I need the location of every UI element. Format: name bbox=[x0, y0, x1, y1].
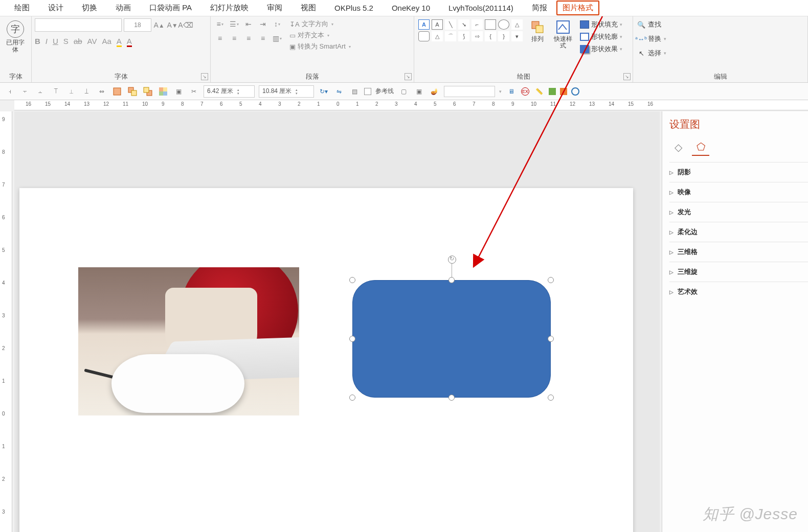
handle-top-left[interactable] bbox=[349, 277, 355, 283]
decrease-font-icon[interactable]: A▼ bbox=[167, 19, 178, 31]
italic-button[interactable]: I bbox=[46, 37, 48, 45]
font-launcher-icon[interactable]: ↘ bbox=[201, 73, 208, 80]
section-softedge[interactable]: ▷柔化边 bbox=[669, 222, 808, 242]
replace-button[interactable]: ᵃ↔ᵇ替换▾ bbox=[636, 33, 667, 45]
width-input[interactable]: 6.42 厘米▴▾ bbox=[204, 85, 255, 98]
shape-line-icon[interactable]: ╲ bbox=[445, 19, 456, 30]
line-spacing-button[interactable]: ↕▾ bbox=[271, 18, 283, 30]
find-button[interactable]: 🔍查找 bbox=[636, 18, 662, 31]
ruler-icon[interactable]: 📏 bbox=[533, 86, 545, 97]
tab-lvyhtools[interactable]: LvyhTools(201114) bbox=[439, 1, 523, 15]
distribute-h-icon[interactable]: ⇔ bbox=[96, 86, 107, 97]
drawing-launcher-icon[interactable]: ↘ bbox=[623, 73, 631, 80]
shape-lbrace-icon[interactable]: { bbox=[485, 31, 496, 41]
crop-icon[interactable]: ✂ bbox=[188, 86, 199, 97]
rotate-icon[interactable]: ↻▾ bbox=[318, 86, 329, 97]
tool-b-icon[interactable]: ▣ bbox=[413, 86, 424, 97]
handle-bot-right[interactable] bbox=[548, 395, 554, 401]
align-justify-button[interactable]: ≡ bbox=[257, 33, 269, 44]
shapes-gallery[interactable]: A A ╲ ➘ ⌐ △ △ ⌒ ⟆ ⇨ { } ▾ bbox=[417, 18, 524, 42]
shape-arrow-icon[interactable]: ➘ bbox=[458, 19, 469, 30]
slide-canvas[interactable] bbox=[19, 188, 633, 532]
columns-button[interactable]: ▥▾ bbox=[271, 33, 283, 44]
clear-format-icon[interactable]: A⌫ bbox=[180, 19, 191, 31]
handle-bot-left[interactable] bbox=[349, 395, 355, 401]
handle-top-right[interactable] bbox=[548, 277, 554, 283]
red-ex-icon[interactable]: EX bbox=[521, 87, 529, 96]
shadow-button[interactable]: S bbox=[63, 37, 69, 45]
bullets-button[interactable]: ≡▾ bbox=[214, 18, 226, 30]
indent-dec-button[interactable]: ⇤ bbox=[242, 18, 255, 30]
section-reflection[interactable]: ▷映像 bbox=[669, 182, 808, 202]
shape-connector-icon[interactable]: ⌐ bbox=[472, 19, 483, 30]
text-direction-button[interactable]: ↧A文字方向▾ bbox=[289, 18, 351, 30]
group-icon[interactable]: ▣ bbox=[173, 86, 184, 97]
layer1-icon[interactable] bbox=[111, 86, 123, 97]
highlight-color-button[interactable]: A bbox=[117, 37, 122, 45]
shape-roundrect-icon[interactable] bbox=[418, 31, 430, 41]
shape-up-icon[interactable]: △ bbox=[511, 19, 523, 30]
shape-textbox-icon[interactable]: A bbox=[418, 19, 430, 30]
tab-onekey[interactable]: OneKey 10 bbox=[383, 1, 439, 15]
layer3-icon[interactable] bbox=[142, 86, 153, 97]
flip-h-icon[interactable]: ⇋ bbox=[333, 86, 345, 97]
shape-arc-icon[interactable]: ⌒ bbox=[445, 31, 456, 41]
tab-okplus[interactable]: OKPlus 5.2 bbox=[325, 1, 383, 15]
align-right-button[interactable]: ≡ bbox=[242, 33, 255, 44]
inserted-picture[interactable] bbox=[78, 267, 299, 415]
select-button[interactable]: ↖选择▾ bbox=[636, 47, 667, 59]
handle-mid-left[interactable] bbox=[349, 336, 355, 342]
rotation-handle[interactable] bbox=[448, 256, 456, 264]
increase-font-icon[interactable]: A▲ bbox=[153, 19, 165, 31]
align-text-button[interactable]: ▭对齐文本▾ bbox=[289, 30, 351, 41]
section-3dformat[interactable]: ▷三维格 bbox=[669, 242, 808, 262]
underline-button[interactable]: U bbox=[53, 37, 58, 45]
tab-draw[interactable]: 绘图 bbox=[5, 1, 39, 15]
font-name-combo[interactable] bbox=[35, 18, 122, 32]
shape-fill-button[interactable]: 形状填充▾ bbox=[579, 18, 623, 31]
tab-picture-format[interactable]: 图片格式 bbox=[556, 1, 599, 15]
align-center-h-icon[interactable]: ⫟ bbox=[19, 86, 31, 97]
shape-rect-icon[interactable] bbox=[485, 19, 496, 30]
guides-checkbox[interactable] bbox=[364, 88, 371, 95]
lamp-icon[interactable]: 🪔 bbox=[429, 86, 440, 97]
selected-rounded-rect[interactable] bbox=[352, 280, 551, 398]
shape-rarrow-icon[interactable]: ⇨ bbox=[472, 31, 483, 41]
section-glow[interactable]: ▷发光 bbox=[669, 202, 808, 222]
shape-rbrace-icon[interactable]: } bbox=[498, 31, 509, 41]
numbering-button[interactable]: ☰▾ bbox=[228, 18, 240, 30]
section-3drotation[interactable]: ▷三维旋 bbox=[669, 262, 808, 282]
handle-top-mid[interactable] bbox=[448, 277, 455, 283]
layer2-icon[interactable] bbox=[127, 86, 138, 97]
tab-review[interactable]: 审阅 bbox=[258, 1, 291, 15]
slide-workspace[interactable] bbox=[14, 111, 660, 532]
orange-sq-icon[interactable] bbox=[560, 88, 567, 95]
tab-view[interactable]: 视图 bbox=[291, 1, 325, 15]
shape-more-icon[interactable]: ▾ bbox=[511, 31, 523, 41]
font-color-button[interactable]: A bbox=[127, 37, 132, 45]
strike-button[interactable]: ab bbox=[74, 37, 82, 45]
bold-button[interactable]: B bbox=[35, 37, 40, 45]
green-sq-icon[interactable] bbox=[549, 88, 556, 95]
align-left-edge-icon[interactable]: ⫞ bbox=[4, 86, 15, 97]
shape-tri-icon[interactable]: △ bbox=[432, 31, 443, 41]
indent-inc-button[interactable]: ⇥ bbox=[257, 18, 269, 30]
align-right-edge-icon[interactable]: ⫠ bbox=[35, 86, 46, 97]
effects-tab-icon[interactable]: ⬠ bbox=[692, 138, 709, 156]
handle-mid-right[interactable] bbox=[548, 336, 554, 342]
paragraph-launcher-icon[interactable]: ↘ bbox=[405, 73, 412, 80]
shape-oval-icon[interactable] bbox=[498, 19, 509, 30]
arrange-button[interactable]: 排列 bbox=[526, 18, 549, 43]
change-case-button[interactable]: Aa bbox=[102, 37, 111, 45]
quick-style-button[interactable]: 快速样式 bbox=[551, 18, 575, 50]
align-middle-icon[interactable]: ⟂ bbox=[65, 86, 77, 97]
align-top-icon[interactable]: ⟙ bbox=[50, 86, 61, 97]
align-left-button[interactable]: ≡ bbox=[214, 33, 226, 44]
tab-pocket-anim[interactable]: 口袋动画 PA bbox=[140, 1, 201, 15]
convert-smartart-button[interactable]: ▣转换为 SmartArt▾ bbox=[289, 41, 351, 52]
layer4-icon[interactable] bbox=[158, 86, 169, 97]
color-combo[interactable] bbox=[444, 86, 495, 97]
tab-brief[interactable]: 简报 bbox=[523, 1, 556, 15]
char-spacing-button[interactable]: AV bbox=[87, 37, 97, 45]
height-input[interactable]: 10.84 厘米▴▾ bbox=[259, 85, 314, 98]
